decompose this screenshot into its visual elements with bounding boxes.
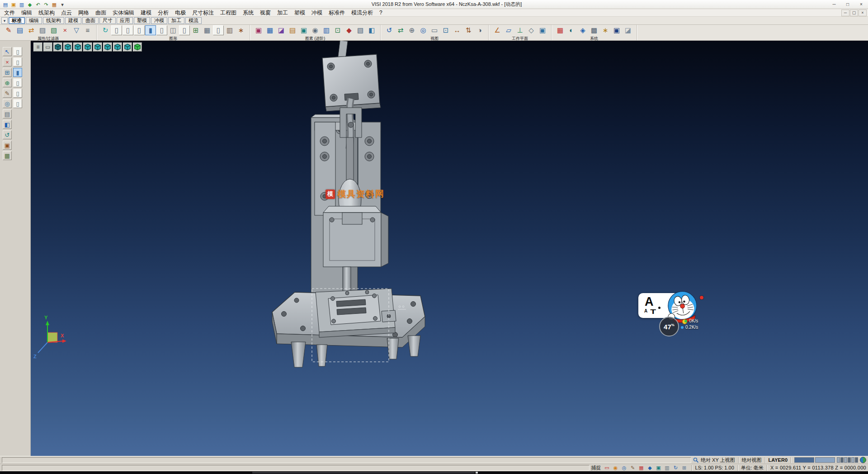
download-overlay[interactable]: A T A [637, 290, 738, 338]
toolbar-button[interactable]: ▩ [589, 25, 599, 35]
toolbar-button[interactable]: ▱ [503, 25, 514, 35]
view-orientation-button[interactable]: ≡ [33, 43, 42, 52]
viewport-3d[interactable]: ≡ ▭ [31, 41, 868, 456]
toolbar-button[interactable]: ▣ [253, 25, 264, 35]
view-orientation-button[interactable] [103, 43, 112, 52]
toolbar-button[interactable]: ▣ [611, 25, 622, 35]
left-toolbar-button[interactable]: ▯ [13, 47, 22, 56]
left-toolbar-button[interactable]: ◧ [3, 120, 12, 129]
menu-item[interactable]: 模流分析 [348, 9, 376, 16]
status-toggle-button[interactable]: ▣ [655, 465, 663, 471]
toolbar-button[interactable]: ▦ [264, 25, 275, 35]
toolbar-button[interactable]: ◪ [623, 25, 633, 35]
mdi-window-button[interactable]: × [859, 9, 867, 16]
left-toolbar-button[interactable]: ↺ [3, 130, 12, 139]
quick-access-icon[interactable]: ▥ [18, 1, 25, 8]
layer-color-swatch[interactable] [794, 457, 814, 463]
ribbon-tab[interactable]: 塑模 [134, 17, 150, 24]
mdi-window-button[interactable]: ─ [841, 9, 849, 16]
layer-color-swatch[interactable] [815, 457, 835, 463]
toolbar-button[interactable]: ▮ [145, 25, 156, 35]
left-toolbar-button[interactable]: ▦ [3, 151, 12, 160]
toolbar-button[interactable]: ⊥ [514, 25, 525, 35]
toolbar-button[interactable]: ▣ [537, 25, 548, 35]
snap-toggle-label[interactable]: 捕捉 [591, 465, 601, 471]
toolbar-button[interactable]: ⇄ [26, 25, 37, 35]
view-orientation-button[interactable] [113, 43, 122, 52]
left-toolbar-button[interactable]: ▯ [13, 78, 22, 87]
toolbar-button[interactable]: ∗ [600, 25, 611, 35]
scale-label[interactable]: LS: 1.00 PS: 1.00 [695, 465, 734, 470]
view-orientation-button[interactable] [133, 43, 142, 52]
menu-item[interactable]: ? [376, 9, 386, 16]
ribbon-tab[interactable]: 冲模 [151, 17, 167, 24]
toolbar-button[interactable]: ✎ [3, 25, 14, 35]
render-mode-icon[interactable] [860, 457, 866, 463]
tab-dropdown-icon[interactable]: ▾ [1, 17, 8, 24]
left-toolbar-button[interactable]: ▮ [13, 68, 22, 77]
left-toolbar-button[interactable]: ⊞ [3, 68, 12, 77]
view-orientation-button[interactable] [123, 43, 132, 52]
toolbar-button[interactable]: ▦ [202, 25, 212, 35]
view-orientation-button[interactable] [53, 43, 62, 52]
search-icon[interactable] [693, 457, 699, 463]
toolbar-button[interactable]: ◆ [344, 25, 354, 35]
view-orientation-button[interactable] [73, 43, 82, 52]
menu-item[interactable]: 塑模 [291, 9, 308, 16]
ribbon-tab[interactable]: 编辑 [26, 17, 42, 24]
os-taskbar[interactable] [0, 471, 868, 474]
toolbar-button[interactable]: ▦ [555, 25, 566, 35]
menu-item[interactable]: 点云 [58, 9, 75, 16]
menu-item[interactable]: 系统 [240, 9, 257, 16]
menu-item[interactable]: 视窗 [257, 9, 274, 16]
toolbar-button[interactable]: ▯ [134, 25, 145, 35]
view-orientation-button[interactable] [93, 43, 102, 52]
toolbar-button[interactable]: ∠ [492, 25, 503, 35]
toolbar-button[interactable]: ▥ [224, 25, 235, 35]
absolute-view-label[interactable]: 绝对视图 [742, 457, 762, 464]
mdi-window-button[interactable]: ▢ [850, 9, 858, 16]
toolbar-button[interactable]: ↻ [100, 25, 111, 35]
toolbar-button[interactable]: ▣ [298, 25, 309, 35]
status-toggle-button[interactable]: ◆ [646, 465, 654, 471]
menu-item[interactable]: 工程图 [217, 9, 240, 16]
ribbon-tab[interactable]: 尺寸 [99, 17, 116, 24]
active-layer-label[interactable]: LAYER0 [769, 457, 788, 463]
toolbar-button[interactable]: ▧ [355, 25, 366, 35]
menu-item[interactable]: 网格 [75, 9, 92, 16]
status-toggle-button[interactable]: ↻ [672, 465, 680, 471]
menu-item[interactable]: 标准件 [326, 9, 348, 16]
status-toggle-button[interactable]: ▭ [603, 465, 611, 471]
left-toolbar-button[interactable]: ✎ [3, 89, 12, 98]
left-toolbar-button[interactable]: ▤ [3, 109, 12, 118]
toolbar-button[interactable]: ◉ [310, 25, 321, 35]
ribbon-tab[interactable]: 模流 [185, 17, 202, 24]
toolbar-button[interactable]: ▤ [287, 25, 298, 35]
cad-model-canvas[interactable]: Y X Z [31, 41, 868, 456]
window-control-button[interactable]: ─ [827, 0, 841, 9]
left-toolbar-button[interactable]: ▯ [13, 89, 22, 98]
toolbar-button[interactable]: ▽ [71, 25, 82, 35]
menu-item[interactable]: 实体编辑 [109, 9, 137, 16]
left-toolbar-button[interactable]: ⊕ [3, 78, 12, 87]
toolbar-button[interactable]: ◪ [276, 25, 287, 35]
menu-item[interactable]: 文件 [1, 9, 18, 16]
toolbar-button[interactable]: ▯ [156, 25, 167, 35]
left-toolbar-button[interactable]: ▣ [3, 141, 12, 150]
menu-item[interactable]: 冲模 [308, 9, 326, 16]
ribbon-tab[interactable]: 曲面 [82, 17, 99, 24]
ribbon-tab[interactable]: 标准 [9, 17, 25, 24]
view-mode-label[interactable]: 绝对 XY 上视图 [701, 457, 735, 464]
toolbar-button[interactable]: ▧ [48, 25, 59, 35]
status-toggle-button[interactable]: ▦ [637, 465, 646, 471]
ribbon-tab[interactable]: 加工 [168, 17, 184, 24]
left-toolbar-button[interactable]: ◎ [3, 99, 12, 108]
status-toggle-button[interactable]: ◉ [612, 465, 620, 471]
left-toolbar-button[interactable]: ▯ [13, 99, 22, 108]
toolbar-button[interactable]: ▯ [213, 25, 224, 35]
left-toolbar-button[interactable]: × [3, 57, 12, 66]
left-toolbar-button[interactable]: ↖ [3, 47, 12, 56]
menu-item[interactable]: 分析 [155, 9, 172, 16]
status-toggle-button[interactable]: ✎ [629, 465, 637, 471]
menu-item[interactable]: 线架构 [35, 9, 58, 16]
